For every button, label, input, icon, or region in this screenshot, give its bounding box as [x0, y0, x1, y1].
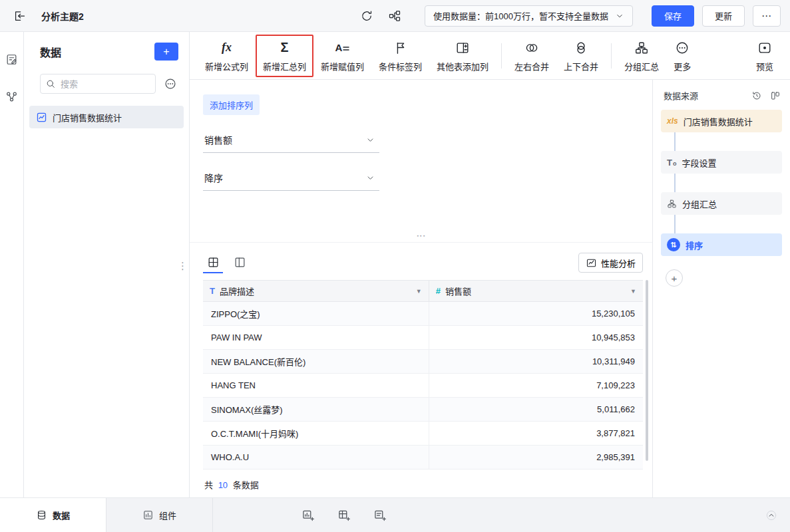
step-connector — [674, 132, 676, 151]
exit-icon[interactable] — [9, 6, 29, 26]
lineage-icon[interactable] — [385, 6, 405, 26]
update-button[interactable]: 更新 — [702, 5, 745, 27]
toolbar-group-summary[interactable]: 分组汇总 — [617, 35, 666, 77]
sort-order-select[interactable]: 降序 — [203, 166, 379, 191]
toolbar-condition-tag-column[interactable]: 条件标签列 — [371, 35, 429, 77]
sort-field-select[interactable]: 销售额 — [203, 128, 379, 153]
app-body: 数据 + 门店销售数据统计 ⋮ fx 新增公式列 — [0, 32, 790, 497]
stack-merge-icon — [574, 39, 588, 57]
step-label: 分组汇总 — [682, 198, 717, 210]
collapse-panel-icon[interactable] — [762, 506, 781, 525]
table-row[interactable]: O.C.T.MAMI(十月妈咪) 3,877,821 — [203, 422, 643, 446]
toolbar-join-left-right[interactable]: 左右合并 — [507, 35, 556, 77]
add-dataset-button[interactable]: + — [154, 43, 178, 61]
group-icon — [634, 39, 649, 57]
topbar-more-button[interactable]: ⋯ — [753, 5, 781, 27]
sort-config-panel: 添加排序列 销售额 降序 ⋮ — [190, 80, 652, 243]
toolbar-add-summary-column[interactable]: Σ 新增汇总列 — [256, 35, 313, 77]
toolbar-add-formula-column[interactable]: fx 新增公式列 — [198, 35, 256, 77]
table-row[interactable]: SINOMAX(丝露梦) 5,011,662 — [203, 398, 643, 422]
tab-data[interactable]: 数据 — [0, 498, 106, 532]
toolbar-union-top-bottom[interactable]: 上下合并 — [556, 35, 606, 77]
center-area: 添加排序列 销售额 降序 ⋮ — [190, 80, 652, 497]
table-row[interactable]: HANG TEN 7,109,223 — [203, 374, 643, 398]
refresh-icon[interactable] — [357, 6, 377, 26]
edit-data-icon[interactable] — [2, 49, 22, 69]
panel-resize-handle[interactable]: ⋮ — [176, 259, 189, 272]
footer-suffix: 条数据 — [233, 480, 259, 490]
row-count: 10 — [218, 480, 228, 490]
toolbar-item-label: 新增赋值列 — [321, 60, 364, 72]
more-circle-icon — [675, 39, 690, 57]
toolbar-add-column-other-table[interactable]: 其他表添加列 — [429, 35, 496, 77]
data-panel-title: 数据 — [40, 44, 61, 60]
save-button[interactable]: 保存 — [652, 5, 694, 27]
data-panel: 数据 + 门店销售数据统计 ⋮ — [24, 32, 190, 497]
toolbar-item-label: 更多 — [674, 60, 691, 72]
add-table-icon[interactable] — [334, 505, 354, 525]
filter-arrow-icon[interactable]: ▼ — [630, 288, 636, 295]
column-name: 品牌描述 — [220, 285, 254, 297]
text-type-icon: T — [210, 286, 215, 296]
table-toolbar: 性能分析 — [203, 249, 643, 276]
sigma-icon: Σ — [281, 39, 289, 57]
table-footer: 共 10 条数据 — [203, 469, 643, 497]
column-header-brand[interactable]: T 品牌描述 ▼ — [203, 281, 429, 301]
add-step-button[interactable]: + — [666, 269, 683, 287]
step-sort[interactable]: ⇅ 排序 — [661, 233, 782, 256]
data-usage-text: 使用数据量：前1000万行，暂不支持全量数据 — [433, 9, 608, 22]
column-name: 销售额 — [445, 285, 471, 297]
flag-icon — [393, 39, 408, 57]
table-row[interactable]: ZIPPO(之宝) 15,230,105 — [203, 302, 643, 326]
performance-analysis-button[interactable]: 性能分析 — [578, 253, 643, 273]
sales-cell: 2,985,391 — [429, 446, 643, 469]
toolbar-divider — [611, 43, 612, 68]
step-source-table[interactable]: xls 门店销售数据统计 — [661, 110, 782, 132]
add-sort-column-button[interactable]: 添加排序列 — [203, 94, 260, 115]
data-usage-dropdown[interactable]: 使用数据量：前1000万行，暂不支持全量数据 — [425, 5, 633, 27]
toolbar-more[interactable]: 更多 — [666, 35, 698, 77]
flow-nodes-icon[interactable] — [2, 86, 22, 106]
table-row[interactable]: WHO.A.U 2,985,391 — [203, 446, 643, 469]
toolbar-item-label: 左右合并 — [514, 60, 549, 72]
table-row[interactable]: PAW IN PAW 10,945,853 — [203, 326, 643, 350]
filter-arrow-icon[interactable]: ▼ — [416, 288, 422, 295]
bar-chart-icon — [142, 509, 154, 521]
splitter-handle[interactable]: ⋮ — [417, 231, 426, 241]
column-view-button[interactable] — [230, 252, 250, 273]
toolbar-item-label: 预览 — [756, 60, 773, 72]
chevron-down-icon — [615, 11, 624, 21]
toolbar-item-label: 新增公式列 — [205, 60, 248, 72]
sort-icon: ⇅ — [667, 238, 680, 251]
table-row[interactable]: NEW BALANCE(新百伦) 10,311,949 — [203, 350, 643, 374]
table-scrollbar[interactable] — [646, 280, 648, 461]
add-chart-icon[interactable] — [298, 505, 318, 525]
venn-icon — [524, 39, 540, 57]
brand-cell: HANG TEN — [203, 374, 429, 397]
search-input[interactable] — [40, 74, 156, 94]
grid-view-button[interactable] — [203, 252, 223, 273]
column-header-sales[interactable]: # 销售额 ▼ — [429, 281, 643, 301]
tab-component[interactable]: 组件 — [106, 498, 213, 532]
performance-chart-icon — [586, 257, 597, 269]
database-icon — [36, 509, 47, 521]
toolbar-preview[interactable]: 预览 — [749, 35, 781, 77]
search-more-icon[interactable] — [162, 76, 178, 92]
layout-board-icon[interactable] — [770, 90, 781, 101]
add-form-icon[interactable] — [370, 505, 390, 525]
performance-label: 性能分析 — [601, 257, 636, 269]
dataset-name: 门店销售数据统计 — [53, 111, 122, 124]
chevron-down-icon — [365, 135, 375, 145]
brand-cell: ZIPPO(之宝) — [203, 302, 429, 325]
toolbar-item-label: 新增汇总列 — [263, 60, 306, 72]
assign-icon: A — [335, 39, 350, 57]
sales-cell: 15,230,105 — [429, 302, 643, 325]
sales-cell: 10,945,853 — [429, 326, 643, 349]
toolbar-item-label: 条件标签列 — [379, 60, 422, 72]
chevron-down-icon — [365, 173, 375, 183]
step-group-summary[interactable]: 分组汇总 — [661, 192, 782, 215]
dataset-item[interactable]: 门店销售数据统计 — [29, 106, 184, 128]
step-field-settings[interactable]: To 字段设置 — [661, 151, 782, 174]
history-icon[interactable] — [751, 90, 762, 101]
toolbar-add-assign-column[interactable]: A 新增赋值列 — [313, 35, 371, 77]
